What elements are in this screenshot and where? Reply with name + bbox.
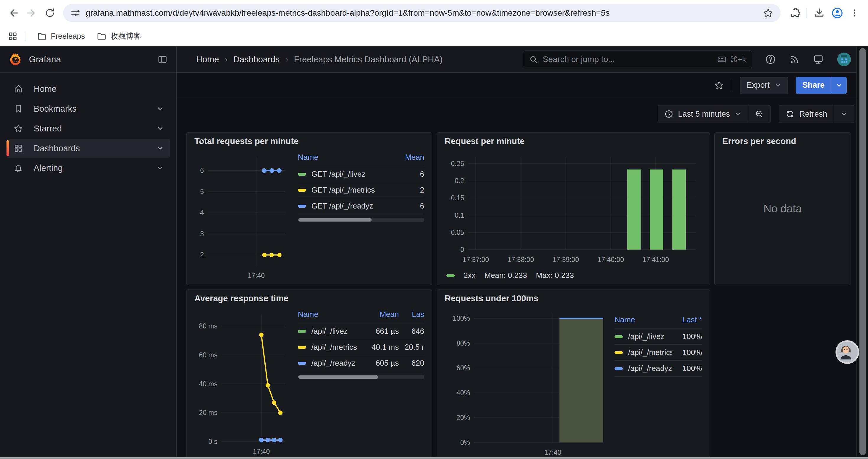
panel-title[interactable]: Requests under 100ms bbox=[437, 290, 710, 307]
svg-text:17:40: 17:40 bbox=[248, 272, 265, 280]
column-header-mean[interactable]: Mean bbox=[358, 310, 399, 319]
sidebar-item-bookmarks[interactable]: Bookmarks bbox=[6, 99, 170, 118]
dashboards-grid-icon bbox=[13, 143, 23, 153]
legend-row[interactable]: /api/_/livez 100% bbox=[615, 328, 702, 345]
back-icon[interactable] bbox=[5, 5, 21, 21]
site-settings-icon[interactable] bbox=[70, 8, 80, 18]
legend-table: Name Last * /api/_/livez 100% / bbox=[615, 314, 702, 457]
bookmark-folder-blogs[interactable]: 收藏博客 bbox=[92, 29, 146, 44]
downloads-icon[interactable] bbox=[814, 7, 825, 19]
legend-row[interactable]: GET /api/_/metrics 2 bbox=[298, 182, 424, 198]
sidebar-item-dashboards[interactable]: Dashboards bbox=[6, 139, 170, 158]
chevron-down-icon bbox=[774, 82, 781, 89]
legend-row[interactable]: /api/_/metrics 100% bbox=[615, 345, 702, 360]
refresh-button[interactable]: Refresh bbox=[779, 105, 834, 123]
avg-response-time-chart[interactable]: 80 ms60 ms40 ms20 ms0 s17:40 bbox=[193, 309, 290, 456]
column-header-last[interactable]: Las bbox=[399, 310, 424, 319]
svg-text:0%: 0% bbox=[460, 438, 470, 446]
bookmark-star-icon[interactable] bbox=[763, 8, 773, 18]
refresh-interval-button[interactable] bbox=[834, 105, 854, 123]
time-range-picker[interactable]: Last 5 minutes bbox=[658, 105, 748, 123]
monitor-icon[interactable] bbox=[813, 54, 824, 65]
assistant-avatar[interactable] bbox=[836, 340, 859, 364]
chevron-down-icon[interactable] bbox=[156, 105, 164, 112]
star-icon bbox=[13, 124, 23, 133]
legend-row[interactable]: /api/_/livez 661 µs 646 bbox=[298, 323, 424, 339]
url-text[interactable]: grafana.mathmast.com/d/deytv4rwavabkb/fr… bbox=[86, 8, 757, 18]
column-header-name[interactable]: Name bbox=[298, 310, 358, 319]
zoom-out-button[interactable] bbox=[748, 105, 770, 123]
breadcrumb-home[interactable]: Home bbox=[196, 55, 219, 64]
panel-title[interactable]: Total requests per minute bbox=[187, 133, 432, 150]
svg-text:0.15: 0.15 bbox=[451, 194, 464, 202]
scrollbar-thumb[interactable] bbox=[299, 218, 372, 222]
breadcrumb-dashboards[interactable]: Dashboards bbox=[234, 55, 279, 64]
legend-header: Name Last * bbox=[615, 314, 702, 328]
dashboard-canvas: Last 5 minutes Refresh bbox=[177, 98, 868, 457]
request-per-minute-chart[interactable]: 0.250.20.150.10.05017:37:0017:38:0017:39… bbox=[442, 150, 701, 268]
reload-icon[interactable] bbox=[42, 5, 58, 21]
column-header-name[interactable]: Name bbox=[615, 315, 673, 324]
forward-icon[interactable] bbox=[24, 5, 39, 21]
apps-grid-icon[interactable] bbox=[8, 31, 18, 41]
total-requests-chart[interactable]: 6543217:40 bbox=[193, 152, 290, 281]
panel-title[interactable]: Errors per second bbox=[715, 133, 850, 150]
search-input[interactable]: Search or jump to... ⌘+k bbox=[523, 51, 752, 68]
series-swatch bbox=[615, 351, 623, 354]
scrollbar-thumb[interactable] bbox=[299, 375, 378, 379]
column-header-last[interactable]: Last * bbox=[673, 315, 702, 324]
share-menu-button[interactable] bbox=[831, 77, 847, 94]
svg-text:0: 0 bbox=[460, 246, 464, 254]
legend-header: Name Mean bbox=[298, 152, 424, 166]
legend-scrollbar[interactable] bbox=[298, 375, 424, 379]
svg-text:60%: 60% bbox=[457, 364, 470, 372]
share-button[interactable]: Share bbox=[796, 77, 831, 94]
profile-icon[interactable] bbox=[831, 7, 843, 19]
user-avatar[interactable] bbox=[837, 53, 851, 66]
refresh-sync-icon bbox=[785, 109, 795, 119]
help-icon[interactable] bbox=[765, 54, 776, 65]
sidebar: Home Bookmarks Starred Dashboards bbox=[0, 73, 177, 457]
legend-row[interactable]: GET /api/_/readyz 6 bbox=[298, 198, 424, 214]
svg-text:0.05: 0.05 bbox=[451, 229, 464, 236]
series-swatch bbox=[615, 335, 623, 338]
sidebar-label: Bookmarks bbox=[34, 104, 146, 114]
refresh-group: Refresh bbox=[779, 105, 855, 123]
panel-title[interactable]: Average response time bbox=[187, 290, 432, 307]
export-button[interactable]: Export bbox=[740, 77, 788, 94]
legend-scrollbar[interactable] bbox=[298, 218, 424, 222]
grafana-brand-name: Grafana bbox=[29, 54, 150, 64]
sidebar-item-home[interactable]: Home bbox=[6, 79, 170, 98]
extensions-icon[interactable] bbox=[789, 7, 800, 19]
browser-menu-icon[interactable] bbox=[850, 8, 860, 18]
series-name[interactable]: 2xx bbox=[464, 271, 475, 280]
chevron-down-icon[interactable] bbox=[156, 164, 164, 172]
news-rss-icon[interactable] bbox=[789, 54, 800, 64]
panel-title[interactable]: Request per minute bbox=[437, 133, 710, 150]
svg-text:17:41:00: 17:41:00 bbox=[643, 256, 669, 263]
sidebar-toggle-icon[interactable] bbox=[157, 54, 167, 64]
url-bar[interactable]: grafana.mathmast.com/d/deytv4rwavabkb/fr… bbox=[63, 4, 780, 22]
grafana-logo-icon[interactable] bbox=[9, 53, 22, 66]
column-header-mean[interactable]: Mean bbox=[395, 153, 424, 162]
favorite-star-icon[interactable] bbox=[714, 80, 724, 90]
requests-under-100ms-chart[interactable]: 100%80%60%40%20%0%17:40 bbox=[443, 309, 607, 457]
bookmark-folder-freeleaps[interactable]: Freeleaps bbox=[32, 29, 90, 43]
legend-row[interactable]: /api/_/readyz 100% bbox=[615, 360, 702, 376]
page-scrollbar-track[interactable] bbox=[857, 46, 868, 457]
page-scrollbar-thumb[interactable] bbox=[860, 48, 866, 455]
chevron-down-icon[interactable] bbox=[156, 144, 164, 152]
sidebar-item-alerting[interactable]: Alerting bbox=[6, 159, 170, 177]
chevron-down-icon[interactable] bbox=[156, 125, 164, 132]
sidebar-item-starred[interactable]: Starred bbox=[6, 119, 170, 138]
chevron-down-icon bbox=[840, 110, 848, 118]
svg-text:20 ms: 20 ms bbox=[199, 409, 217, 417]
legend-row[interactable]: GET /api/_/livez 6 bbox=[298, 166, 424, 182]
toolbar-actions bbox=[786, 7, 863, 19]
legend-row[interactable]: /api/_/metrics 40.1 ms 20.5 r bbox=[298, 339, 424, 355]
bell-icon bbox=[13, 163, 23, 173]
breadcrumb: Home › Dashboards › Freeleaps Metrics Da… bbox=[196, 55, 510, 64]
svg-text:17:40:00: 17:40:00 bbox=[597, 256, 624, 263]
legend-row[interactable]: /api/_/readyz 605 µs 620 bbox=[298, 355, 424, 371]
column-header-name[interactable]: Name bbox=[298, 153, 395, 162]
